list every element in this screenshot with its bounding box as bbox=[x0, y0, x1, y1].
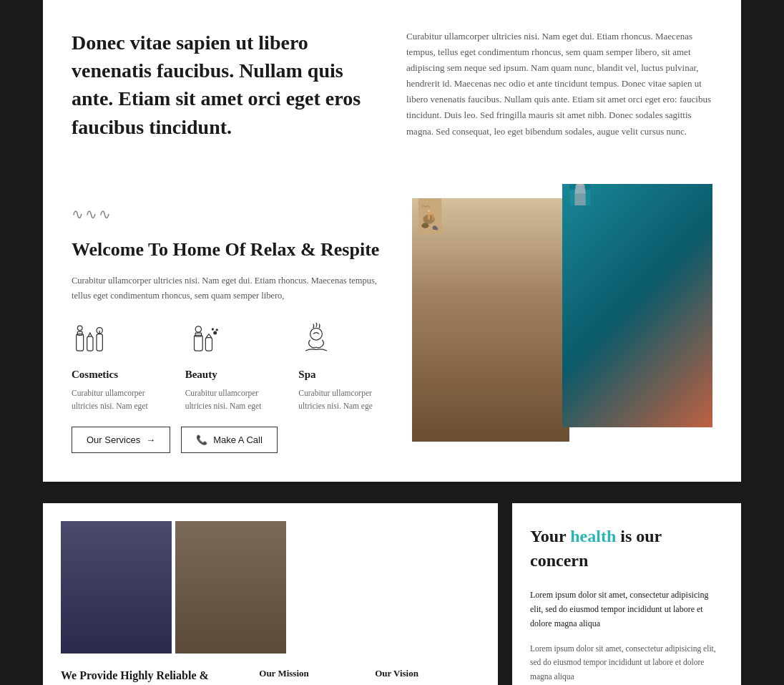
svg-point-14 bbox=[310, 328, 323, 340]
cosmetics-desc: Curabitur ullamcorper ultricies nisi. Na… bbox=[72, 387, 164, 413]
service-beauty: Beauty Curabitur ullamcorper ultricies n… bbox=[185, 322, 278, 413]
top-left: Donec vitae sapien ut libero venenatis f… bbox=[72, 29, 378, 155]
spa-desc: Curabitur ullamcorper ultricies nisi. Na… bbox=[298, 387, 391, 413]
beauty-desc: Curabitur ullamcorper ultricies nisi. Na… bbox=[185, 387, 278, 413]
svg-point-13 bbox=[215, 329, 217, 331]
svg-rect-3 bbox=[87, 336, 93, 351]
svg-point-2 bbox=[77, 326, 82, 331]
phone-icon: 📞 bbox=[196, 434, 207, 445]
svg-rect-8 bbox=[195, 333, 201, 336]
beauty-title: Beauty bbox=[185, 369, 278, 381]
buttons-row: Our Services → 📞 Make A Call bbox=[72, 427, 391, 453]
bottom-right-card: Your health is our concern Lorem ipsum d… bbox=[512, 503, 741, 685]
service-spa: Spa Curabitur ullamcorper ultricies nisi… bbox=[298, 322, 391, 413]
mission-col: Our Mission Curabitur ullamcorper ultric… bbox=[259, 668, 364, 685]
our-services-label: Our Services bbox=[87, 434, 140, 445]
svg-point-18 bbox=[428, 210, 431, 211]
mission-title: Our Mission bbox=[259, 668, 364, 679]
spa-icon bbox=[298, 322, 338, 361]
health-paragraph-1: Lorem ipsum dolor sit amet, consectetur … bbox=[530, 588, 723, 631]
header-body-text: Curabitur ullamcorper ultricies nisi. Na… bbox=[406, 29, 712, 140]
vision-col: Our Vision Curabitur ullamcorper ultrici… bbox=[375, 668, 480, 685]
beauty-icon bbox=[185, 322, 225, 361]
people-images bbox=[61, 521, 480, 654]
svg-point-23 bbox=[435, 227, 438, 230]
make-a-call-button[interactable]: 📞 Make A Call bbox=[181, 427, 278, 453]
spa-title: Spa bbox=[298, 369, 391, 381]
main-heading: Donec vitae sapien ut libero venenatis f… bbox=[72, 29, 378, 141]
cosmetics-title: Cosmetics bbox=[72, 369, 164, 381]
svg-point-11 bbox=[213, 331, 217, 334]
bottom-left-card: We Provide Highly Reliable & Effective B… bbox=[43, 503, 498, 685]
top-section: Donec vitae sapien ut libero venenatis f… bbox=[43, 0, 741, 184]
services-icons: Cosmetics Curabitur ullamcorper ultricie… bbox=[72, 322, 391, 413]
top-right: Curabitur ullamcorper ultricies nisi. Na… bbox=[406, 29, 712, 155]
svg-rect-17 bbox=[428, 210, 430, 219]
service-cosmetics: Cosmetics Curabitur ullamcorper ultricie… bbox=[72, 322, 164, 413]
welcome-intro: Curabitur ullamcorper ultricies nisi. Na… bbox=[72, 273, 391, 304]
bottom-section: We Provide Highly Reliable & Effective B… bbox=[0, 489, 784, 685]
vision-title: Our Vision bbox=[375, 668, 480, 679]
svg-rect-10 bbox=[205, 337, 212, 350]
middle-images bbox=[412, 198, 712, 454]
bottom-left-content: We Provide Highly Reliable & Effective B… bbox=[61, 668, 480, 685]
page-wrapper: Donec vitae sapien ut libero venenatis f… bbox=[0, 0, 784, 685]
arrow-right-icon: → bbox=[146, 434, 155, 445]
svg-point-12 bbox=[211, 328, 213, 330]
svg-rect-35 bbox=[574, 193, 585, 205]
mission-vision: Our Mission Curabitur ullamcorper ultric… bbox=[259, 668, 480, 685]
welcome-title: Welcome To Home Of Relax & Respite bbox=[72, 237, 391, 263]
svg-point-9 bbox=[195, 326, 201, 331]
blog-title: We Provide Highly Reliable & Effective B… bbox=[61, 668, 245, 685]
svg-rect-1 bbox=[77, 331, 82, 335]
svg-point-21 bbox=[421, 223, 428, 228]
blog-header: We Provide Highly Reliable & Effective B… bbox=[61, 668, 245, 685]
middle-left: ∿∿∿ Welcome To Home Of Relax & Respite C… bbox=[72, 198, 391, 454]
health-accent-word: health bbox=[570, 527, 616, 545]
middle-section: ∿∿∿ Welcome To Home Of Relax & Respite C… bbox=[43, 184, 741, 482]
person-male-image bbox=[61, 521, 172, 654]
make-a-call-label: Make A Call bbox=[213, 434, 263, 445]
health-paragraph-2: Lorem ipsum dolor sit amet, consectetur … bbox=[530, 642, 723, 684]
health-heading: Your health is our concern bbox=[530, 525, 723, 573]
health-title-part1: Your bbox=[530, 527, 570, 545]
svg-rect-19 bbox=[432, 213, 433, 220]
svg-point-20 bbox=[432, 212, 434, 213]
cosmetics-icon bbox=[72, 322, 111, 361]
svg-rect-7 bbox=[194, 335, 202, 351]
our-services-button[interactable]: Our Services → bbox=[72, 427, 170, 453]
person-female-image bbox=[175, 521, 286, 654]
spa-product-image bbox=[412, 198, 569, 442]
woman-portrait-image bbox=[562, 170, 712, 427]
svg-rect-4 bbox=[97, 334, 102, 350]
svg-rect-0 bbox=[77, 334, 84, 350]
wave-divider: ∿∿∿ bbox=[72, 205, 391, 223]
